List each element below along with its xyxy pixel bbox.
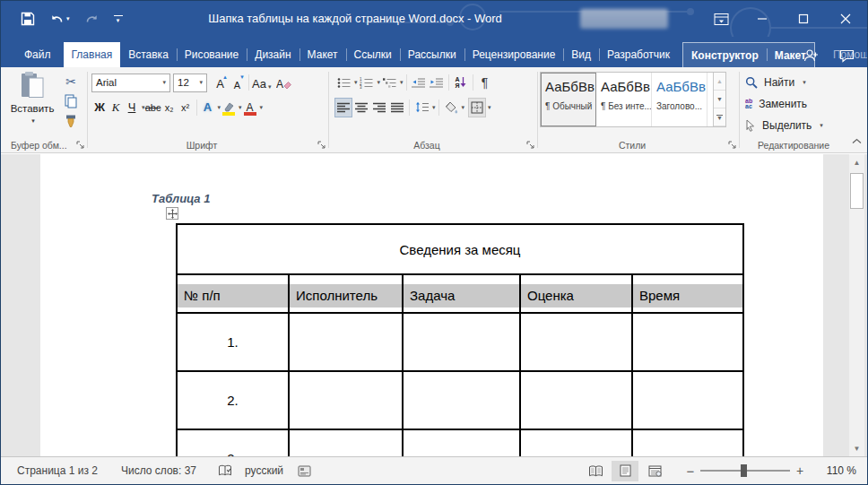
table-row[interactable]: 1.	[177, 313, 743, 371]
word-count[interactable]: Число слов: 37	[121, 464, 196, 477]
find-caret[interactable]: ▾	[803, 79, 806, 86]
empty-cell[interactable]	[289, 313, 403, 371]
page-indicator[interactable]: Страница 1 из 2	[17, 464, 98, 477]
undo-dropdown-caret[interactable]: ▾	[66, 15, 70, 22]
maximize-button[interactable]	[783, 1, 824, 37]
redo-button-disabled[interactable]	[84, 13, 100, 26]
font-name-combo[interactable]: Arial▾	[91, 74, 170, 92]
bullets-button[interactable]	[334, 73, 352, 92]
undo-button[interactable]: ▾	[49, 13, 70, 26]
zoom-in-button[interactable]: +	[794, 463, 806, 478]
change-case-button[interactable]: Аа▾	[252, 74, 272, 92]
collapse-ribbon-button[interactable]	[852, 132, 862, 148]
align-center-button[interactable]	[352, 98, 370, 117]
styles-gallery-more[interactable]: ▼	[714, 108, 725, 126]
text-effects-button[interactable]: А	[200, 98, 216, 117]
empty-cell[interactable]	[632, 313, 743, 371]
macro-recording-icon[interactable]	[298, 465, 311, 477]
row-number-cell[interactable]: 1.	[177, 313, 289, 371]
style-no-spacing[interactable]: АаБбВв ¶ Без инте...	[596, 73, 652, 126]
tab-home[interactable]: Главная	[64, 42, 121, 67]
styles-dialog-launcher[interactable]	[727, 140, 737, 150]
paste-button[interactable]: Вставить ▾	[10, 71, 55, 139]
customize-qat-button[interactable]: ▾	[114, 15, 123, 23]
font-size-caret[interactable]: ▾	[199, 79, 203, 86]
empty-cell[interactable]	[520, 313, 632, 371]
table-move-handle[interactable]	[166, 207, 178, 220]
empty-cell[interactable]	[520, 371, 632, 429]
row-number-cell[interactable]: 3.	[177, 429, 289, 457]
document-page[interactable]: Таблица 1 Сведения за месяц № п/п Исполн…	[40, 154, 823, 457]
replace-button[interactable]: abac Заменить	[745, 95, 807, 113]
styles-scroll-down[interactable]: ▼	[714, 91, 725, 108]
scrollbar-thumb[interactable]	[850, 173, 864, 209]
decrease-indent-button[interactable]	[410, 73, 428, 92]
print-layout-button[interactable]	[612, 461, 638, 481]
shading-button[interactable]	[442, 98, 460, 117]
tab-insert[interactable]: Вставка	[120, 42, 177, 67]
ribbon-display-options-button[interactable]	[700, 1, 742, 37]
clear-formatting-button[interactable]: А	[275, 74, 292, 92]
superscript-button[interactable]: x²	[178, 98, 194, 117]
font-color-button[interactable]: А	[242, 98, 258, 117]
style-heading1[interactable]: АаБбВв Заголово...	[652, 73, 707, 126]
proofing-status-icon[interactable]	[218, 464, 232, 478]
strikethrough-button[interactable]: abc	[145, 98, 161, 117]
empty-cell[interactable]	[289, 371, 403, 429]
empty-cell[interactable]	[632, 371, 743, 429]
bold-button[interactable]: Ж	[91, 98, 108, 117]
paste-dropdown-caret[interactable]: ▾	[31, 117, 35, 124]
header-cell[interactable]: № п/п	[177, 274, 289, 313]
copy-button[interactable]	[60, 91, 82, 111]
table-header-row[interactable]: № п/п Исполнитель Задача Оценка Время	[177, 274, 743, 313]
minimize-button[interactable]	[742, 1, 783, 37]
tab-review[interactable]: Рецензирование	[464, 42, 564, 67]
tab-layout[interactable]: Макет	[299, 42, 346, 67]
select-caret[interactable]: ▾	[820, 122, 823, 129]
style-normal[interactable]: АаБбВв ¶ Обычный	[541, 73, 596, 126]
header-cell[interactable]: Задача	[403, 274, 520, 313]
table-title-row[interactable]: Сведения за месяц	[177, 224, 743, 274]
increase-indent-button[interactable]	[428, 73, 446, 92]
line-spacing-button[interactable]	[412, 98, 430, 117]
align-left-button[interactable]	[334, 98, 352, 117]
tab-view[interactable]: Вид	[563, 42, 599, 67]
highlight-color-button[interactable]	[221, 98, 237, 117]
save-icon[interactable]	[21, 12, 35, 26]
clipboard-dialog-launcher[interactable]	[75, 140, 85, 150]
empty-cell[interactable]	[403, 429, 520, 457]
paragraph-dialog-launcher[interactable]	[525, 140, 535, 150]
scroll-up-button[interactable]: ▲	[849, 155, 864, 170]
feedback-icon[interactable]	[839, 49, 855, 63]
grow-font-button[interactable]: А▲	[212, 74, 229, 92]
font-name-caret[interactable]: ▾	[162, 79, 166, 86]
zoom-slider-thumb[interactable]	[741, 464, 747, 477]
styles-scroll-up[interactable]: ▲	[714, 73, 725, 91]
tab-table-design[interactable]: Конструктор	[683, 43, 767, 68]
row-number-cell[interactable]: 2.	[177, 371, 289, 429]
tab-design[interactable]: Дизайн	[247, 42, 299, 67]
table-caption[interactable]: Таблица 1	[152, 192, 210, 205]
cut-button[interactable]: ✂	[60, 72, 82, 91]
table-row[interactable]: 2.	[177, 371, 743, 429]
web-layout-button[interactable]	[641, 461, 668, 481]
show-paragraph-marks-button[interactable]: ¶	[476, 73, 494, 92]
borders-button[interactable]	[468, 98, 486, 117]
underline-button[interactable]: Ч	[124, 98, 140, 117]
select-button[interactable]: Выделить ▾	[745, 117, 823, 134]
tab-developer[interactable]: Разработчик	[599, 42, 678, 67]
multilevel-list-button[interactable]	[380, 73, 398, 92]
table-row[interactable]: 3.	[177, 429, 743, 457]
sign-in-icon[interactable]	[803, 48, 819, 63]
tab-file[interactable]: Файл	[12, 42, 64, 67]
numbering-button[interactable]: 123	[358, 73, 376, 92]
font-color-caret[interactable]: ▾	[260, 104, 264, 111]
justify-button[interactable]	[388, 98, 406, 117]
vertical-scrollbar[interactable]: ▲ ▼	[849, 154, 864, 457]
empty-cell[interactable]	[520, 429, 632, 457]
empty-cell[interactable]	[289, 429, 403, 457]
document-table[interactable]: Сведения за месяц № п/п Исполнитель Зада…	[176, 223, 744, 457]
table-title-cell[interactable]: Сведения за месяц	[177, 224, 743, 274]
close-button[interactable]	[824, 1, 867, 37]
header-cell[interactable]: Оценка	[520, 274, 632, 313]
